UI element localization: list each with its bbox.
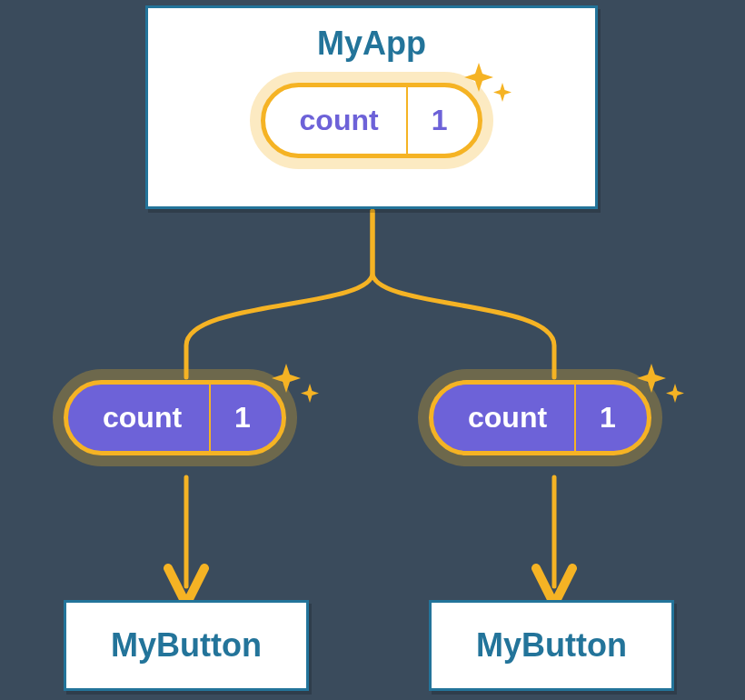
state-pill-label: count <box>265 87 408 154</box>
prop-pill-body: count 1 <box>64 380 286 455</box>
child-component-box-left: MyButton <box>64 600 309 691</box>
sparkle-icon <box>633 358 691 416</box>
prop-pill-label: count <box>68 385 211 451</box>
prop-pill-label: count <box>433 385 576 451</box>
prop-pill-left: count 1 <box>64 380 286 455</box>
state-pill: count 1 <box>261 83 483 158</box>
prop-pill-right: count 1 <box>429 380 651 455</box>
prop-pill-body: count 1 <box>429 380 651 455</box>
child-component-box-right: MyButton <box>429 600 674 691</box>
prop-pill-wrap: count 1 <box>64 380 286 455</box>
prop-pill-wrap: count 1 <box>429 380 651 455</box>
child-component-title: MyButton <box>111 626 262 665</box>
sparkle-icon <box>268 358 326 416</box>
sparkle-icon <box>461 57 519 115</box>
parent-component-title: MyApp <box>317 25 426 63</box>
parent-component-box: MyApp count 1 <box>145 5 598 209</box>
child-component-title: MyButton <box>476 626 627 665</box>
state-pill-body: count 1 <box>261 83 483 158</box>
diagram-stage: MyApp count 1 count 1 <box>0 0 745 700</box>
